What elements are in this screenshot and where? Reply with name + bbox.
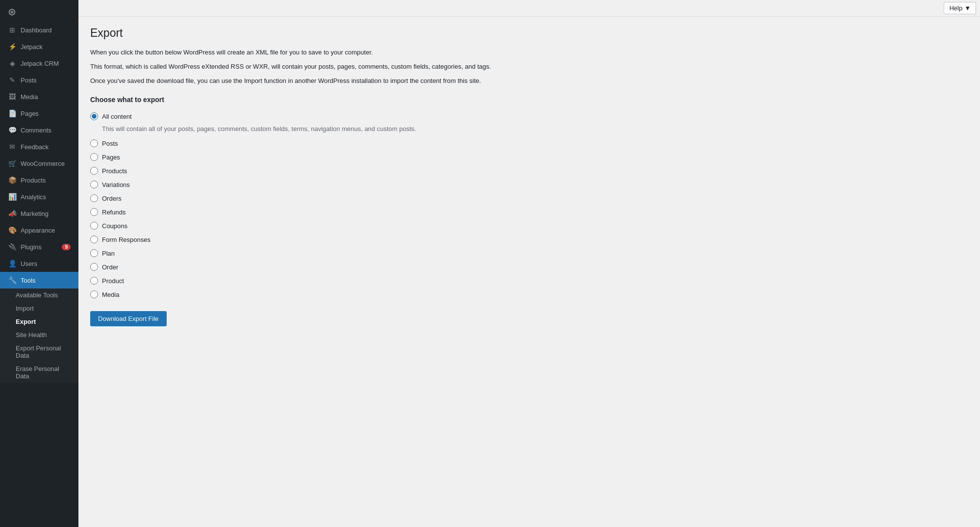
radio-label-orders[interactable]: Orders	[102, 195, 122, 202]
radio-products[interactable]	[90, 167, 98, 175]
users-icon: 👤	[8, 259, 17, 268]
radio-pages[interactable]	[90, 153, 98, 161]
radio-orders[interactable]	[90, 194, 98, 202]
radio-item-form-responses: Form Responses	[90, 233, 968, 246]
radio-form-responses[interactable]	[90, 236, 98, 243]
section-heading: Choose what to export	[90, 96, 968, 104]
sidebar-label-users: Users	[21, 260, 37, 267]
products-icon: 📦	[8, 176, 17, 184]
sidebar-item-analytics[interactable]: 📊Analytics	[0, 188, 78, 205]
radio-label-order[interactable]: Order	[102, 264, 118, 271]
jetpack-crm-icon: ◈	[8, 59, 17, 68]
radio-refunds[interactable]	[90, 208, 98, 216]
submenu-item-erase-personal-data[interactable]: Erase Personal Data	[0, 362, 78, 383]
posts-icon: ✎	[8, 76, 17, 84]
sidebar-item-marketing[interactable]: 📣Marketing	[0, 205, 78, 222]
sidebar-label-media: Media	[21, 93, 38, 101]
radio-label-pages[interactable]: Pages	[102, 154, 120, 161]
radio-label-products[interactable]: Products	[102, 167, 127, 175]
submenu-item-import[interactable]: Import	[0, 302, 78, 315]
radio-product[interactable]	[90, 277, 98, 285]
sidebar-label-marketing: Marketing	[21, 210, 49, 217]
sidebar-item-comments[interactable]: 💬Comments	[0, 122, 78, 138]
submenu-item-export-personal-data[interactable]: Export Personal Data	[0, 342, 78, 362]
submenu-item-available-tools[interactable]: Available Tools	[0, 289, 78, 302]
radio-order[interactable]	[90, 263, 98, 271]
export-form: All contentThis will contain all of your…	[90, 109, 968, 326]
sidebar-item-plugins[interactable]: 🔌Plugins9	[0, 238, 78, 255]
radio-label-variations[interactable]: Variations	[102, 181, 130, 188]
sidebar-item-appearance[interactable]: 🎨Appearance	[0, 222, 78, 238]
radio-item-posts: Posts	[90, 136, 968, 150]
page-title: Export	[90, 26, 968, 40]
help-arrow: ▼	[964, 4, 971, 12]
sidebar-label-jetpack-crm: Jetpack CRM	[21, 60, 59, 67]
radio-coupons[interactable]	[90, 222, 98, 230]
pages-icon: 📄	[8, 109, 17, 118]
content-area: Export When you click the button below W…	[78, 17, 980, 527]
sidebar-item-woocommerce[interactable]: 🛒WooCommerce	[0, 155, 78, 172]
sidebar: ⊛ ⊞Dashboard⚡Jetpack◈Jetpack CRM✎Posts🖼M…	[0, 0, 78, 527]
radio-media[interactable]	[90, 290, 98, 298]
radio-label-product[interactable]: Product	[102, 277, 124, 285]
radio-item-coupons: Coupons	[90, 219, 968, 233]
radio-item-product: Product	[90, 274, 968, 288]
sidebar-item-pages[interactable]: 📄Pages	[0, 105, 78, 122]
description-1: When you click the button below WordPres…	[90, 48, 968, 58]
sidebar-label-posts: Posts	[21, 77, 37, 84]
sidebar-label-pages: Pages	[21, 110, 39, 117]
sidebar-label-analytics: Analytics	[21, 193, 46, 201]
sidebar-item-users[interactable]: 👤Users	[0, 255, 78, 272]
sidebar-item-jetpack[interactable]: ⚡Jetpack	[0, 38, 78, 55]
all-content-description: This will contain all of your posts, pag…	[102, 125, 968, 132]
appearance-icon: 🎨	[8, 226, 17, 235]
radio-label-media[interactable]: Media	[102, 291, 119, 298]
tools-submenu: Available ToolsImportExportSite HealthEx…	[0, 289, 78, 383]
radio-label-refunds[interactable]: Refunds	[102, 209, 126, 216]
export-radio-group: All contentThis will contain all of your…	[90, 109, 968, 301]
plugins-icon: 🔌	[8, 242, 17, 251]
radio-item-plan: Plan	[90, 246, 968, 260]
radio-item-variations: Variations	[90, 178, 968, 191]
feedback-icon: ✉	[8, 142, 17, 151]
description-2: This format, which is called WordPress e…	[90, 62, 968, 72]
top-bar: Help ▼	[78, 0, 980, 17]
radio-label-plan[interactable]: Plan	[102, 250, 115, 257]
plugins-badge: 9	[62, 244, 71, 250]
sidebar-item-posts[interactable]: ✎Posts	[0, 72, 78, 88]
radio-label-coupons[interactable]: Coupons	[102, 222, 127, 230]
sidebar-label-plugins: Plugins	[21, 243, 42, 251]
help-button[interactable]: Help ▼	[944, 2, 976, 14]
submenu-item-export[interactable]: Export	[0, 315, 78, 328]
radio-item-orders: Orders	[90, 191, 968, 205]
radio-plan[interactable]	[90, 249, 98, 257]
radio-item-pages: Pages	[90, 150, 968, 164]
radio-posts[interactable]	[90, 139, 98, 147]
sidebar-item-feedback[interactable]: ✉Feedback	[0, 138, 78, 155]
sidebar-item-dashboard[interactable]: ⊞Dashboard	[0, 22, 78, 38]
sidebar-item-media[interactable]: 🖼Media	[0, 88, 78, 105]
radio-label-posts[interactable]: Posts	[102, 140, 118, 147]
radio-variations[interactable]	[90, 181, 98, 188]
woocommerce-icon: 🛒	[8, 159, 17, 168]
marketing-icon: 📣	[8, 209, 17, 218]
radio-all-content[interactable]	[90, 112, 98, 120]
sidebar-item-tools[interactable]: 🔧Tools	[0, 272, 78, 289]
sidebar-label-jetpack: Jetpack	[21, 43, 43, 51]
sidebar-item-products[interactable]: 📦Products	[0, 172, 78, 188]
submenu-item-site-health[interactable]: Site Health	[0, 328, 78, 342]
download-export-button[interactable]: Download Export File	[90, 311, 167, 326]
description-3: Once you've saved the download file, you…	[90, 76, 968, 86]
sidebar-label-feedback: Feedback	[21, 143, 49, 151]
media-icon: 🖼	[8, 92, 17, 101]
sidebar-nav: ⊞Dashboard⚡Jetpack◈Jetpack CRM✎Posts🖼Med…	[0, 22, 78, 383]
radio-label-form-responses[interactable]: Form Responses	[102, 236, 151, 243]
help-label: Help	[949, 4, 962, 12]
sidebar-label-appearance: Appearance	[21, 227, 55, 234]
tools-icon: 🔧	[8, 276, 17, 285]
sidebar-item-jetpack-crm[interactable]: ◈Jetpack CRM	[0, 55, 78, 72]
radio-item-media: Media	[90, 288, 968, 301]
radio-item-all-content: All content	[90, 109, 968, 123]
radio-label-all-content[interactable]: All content	[102, 113, 132, 120]
main-content: Help ▼ Export When you click the button …	[78, 0, 980, 527]
